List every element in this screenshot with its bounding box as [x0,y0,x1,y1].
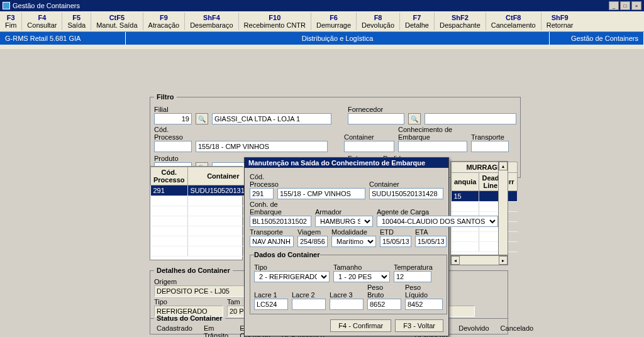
tb-item-fim[interactable]: F3Fim [0,13,22,30]
table-row[interactable] [151,226,259,236]
filial-search-icon[interactable]: 🔍 [196,113,208,124]
dlg-temp[interactable] [394,271,431,282]
tb-item-recebimento[interactable]: F10Recebimento CNTR [239,13,311,30]
dlg-cod-label: Cód. Processo [250,173,274,188]
app-icon [3,2,10,9]
processo-grid[interactable]: Cód. Processo Container 291SUDU150520131… [150,166,243,260]
dlg-agente[interactable]: 100404-CLAUDIO DOS SANTOS [377,216,498,227]
tb-item-saida[interactable]: F5Saída [62,13,91,30]
voltar-button[interactable]: F3 - Voltar [395,319,443,332]
window-title: Gestão de Containers [13,2,80,9]
dlg-tamanho[interactable]: 1 - 20 PES [333,271,390,282]
conhecimento-input[interactable] [398,141,467,152]
header-left: G-RMS Retail 5.681 GIA [0,32,126,45]
manutencao-dialog: Manutenção na Saída do Conhecimento de E… [244,157,449,336]
tb-item-atracacao[interactable]: F9Atracação [143,13,186,30]
filial-label: Filial [154,106,192,113]
dlg-viagem[interactable] [297,236,328,247]
fornecedor-search-icon[interactable]: 🔍 [408,113,421,124]
header-right: Gestão de Containers [550,32,644,45]
filtro-legend: Filtro [154,93,177,101]
fornecedor-desc[interactable] [425,113,516,124]
filial-code[interactable] [154,113,192,124]
window-titlebar: Gestão de Containers _ □ × [0,0,644,11]
maximize-button[interactable]: □ [620,1,630,10]
dlg-transporte[interactable] [250,236,294,247]
tb-item-consultar[interactable]: F4Consultar [22,13,62,30]
table-row[interactable] [151,216,259,226]
table-row[interactable] [151,206,259,216]
dlg-transporte-label: Transporte [250,228,294,236]
status-cadastrado: Cadastrado [157,324,192,337]
dlg-conh-label: Conh. de Embarque [250,201,311,216]
dlg-conh[interactable] [250,216,311,227]
tb-item-cancelamento[interactable]: CtF8Cancelamento [486,13,541,30]
grid-scrollbar-v[interactable]: ▴ [498,161,508,255]
header-center: Distribuição e Logística [126,32,550,45]
scroll-left-icon[interactable]: ◂ [451,256,460,265]
minimize-button[interactable]: _ [609,1,619,10]
cod-processo-input[interactable] [154,141,192,152]
table-row[interactable] [151,246,259,257]
dlg-temp-label: Temperatura [394,263,431,271]
dlg-modalidade[interactable]: Marítimo [331,236,376,247]
dlg-lacre3[interactable] [330,299,364,310]
produto-label: Produto [154,155,192,162]
tb-item-despachante[interactable]: ShF2Despachante [435,13,486,30]
header-bar: G-RMS Retail 5.681 GIA Distribuição e Lo… [0,32,644,45]
det-tipo-label: Tipo [154,298,223,306]
conhecimento-label: Conhecimento de Embarque [398,126,467,141]
transporte-label: Transporte [471,133,509,141]
transporte-input[interactable] [471,141,509,152]
dialog-title: Manutenção na Saída do Conhecimento de E… [245,158,448,168]
table-row[interactable]: 291SUDU150520131428 [151,185,259,196]
dlg-container[interactable] [369,188,443,199]
dlg-tamanho-label: Tamanho [333,263,390,271]
status-devolvido: Devolvido [458,324,489,337]
grid-scrollbar-h[interactable]: ▸ ◂ [450,255,508,265]
status-cancelado: Cancelado [501,324,534,337]
tb-item-retornar[interactable]: ShF9Retornar [541,13,579,30]
dlg-pesol[interactable] [405,299,443,310]
dlg-pesob[interactable] [367,299,401,310]
confirm-button[interactable]: F4 - Confirmar [330,319,391,332]
cod-processo-label: Cód. Processo [154,126,192,141]
dlg-tipo[interactable]: 2 - REFRIGERADO [254,271,330,282]
dlg-armador[interactable]: HAMBURG SU [315,216,373,227]
tb-item-desembaraco[interactable]: ShF4Desembaraço [185,13,238,30]
dlg-lacre1[interactable] [254,299,288,310]
dados-legend: Dados do Container [254,251,320,258]
fornecedor-label: Fornecedor [348,106,404,113]
dlg-viagem-label: Viagem [297,228,328,236]
dlg-eta[interactable] [415,236,447,247]
scroll-right-icon[interactable]: ▸ [499,256,508,265]
function-toolbar: F3Fim F4Consultar F5Saída CtF5Manut. Saí… [0,11,644,32]
tb-item-detalhe[interactable]: F7Detalhe [400,13,435,30]
dlg-desc[interactable] [277,188,365,199]
table-row[interactable] [151,196,259,206]
status-legend: Status do Container [154,314,225,322]
dlg-eta-label: ETA [415,228,447,236]
status-em-transito: Em Trânsito [204,324,228,337]
dlg-etd[interactable] [380,236,411,247]
tb-item-devolucao[interactable]: F8Devolução [357,13,400,30]
container-label: Container [344,133,394,141]
tb-item-demurrage[interactable]: F6Demurrage [311,13,357,30]
scroll-up-icon[interactable]: ▴ [499,162,508,170]
dlg-tipo-label: Tipo [254,263,330,271]
dlg-lacre2[interactable] [292,299,326,310]
filial-name[interactable] [212,113,331,124]
tb-item-manut-saida[interactable]: CtF5Manut. Saída [91,13,143,30]
dados-container-fieldset: Dados do Container Tipo 2 - REFRIGERADO … [250,251,447,314]
container-input[interactable] [344,141,394,152]
fornecedor-input[interactable] [348,113,404,124]
dlg-modalidade-label: Modalidade [331,228,376,236]
close-button[interactable]: × [631,1,641,10]
cod-processo-desc[interactable] [196,141,328,152]
table-row[interactable] [151,236,259,246]
grid-col-codprocesso[interactable]: Cód. Processo [151,167,188,185]
dlg-cod[interactable] [250,188,274,199]
detalhes-legend: Detalhes do Container [154,267,233,274]
dlg-container-label: Container [369,180,443,188]
dlg-etd-label: ETD [380,228,411,236]
